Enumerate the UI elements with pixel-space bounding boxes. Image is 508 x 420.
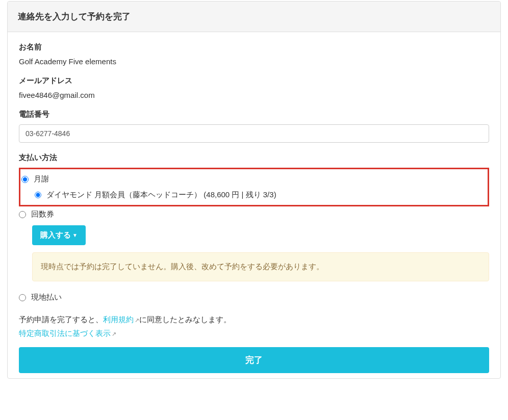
purchase-button[interactable]: 購入する ▼ (32, 225, 86, 245)
monthly-sub-option[interactable]: ダイヤモンド 月額会員（藤本ヘッドコーチ） (48,600 円 | 残り 3/3… (35, 190, 487, 200)
monthly-radio[interactable] (21, 176, 29, 183)
name-value: Golf Academy Five elements (19, 57, 489, 66)
complete-button[interactable]: 完了 (19, 347, 489, 373)
monthly-sub-label: ダイヤモンド 月額会員（藤本ヘッドコーチ） (48,600 円 | 残り 3/3… (46, 190, 276, 200)
name-group: お名前 Golf Academy Five elements (19, 42, 489, 66)
monthly-option[interactable]: 月謝 (21, 174, 487, 184)
panel-title: 連絡先を入力して予約を完了 (18, 11, 490, 22)
purchase-button-label: 購入する (40, 230, 71, 240)
monthly-highlight: 月謝 ダイヤモンド 月額会員（藤本ヘッドコーチ） (48,600 円 | 残り … (19, 168, 489, 206)
external-link-icon: ↗ (112, 331, 116, 337)
email-group: メールアドレス fivee4846@gmail.com (19, 76, 489, 99)
payment-group: 支払い方法 月謝 ダイヤモンド 月額会員（藤本ヘッドコーチ） (48,600 円… (19, 153, 489, 302)
onsite-radio[interactable] (19, 294, 26, 301)
email-value: fivee4846@gmail.com (19, 91, 489, 99)
panel-body: お名前 Golf Academy Five elements メールアドレス f… (8, 32, 500, 378)
coupon-option[interactable]: 回数券 (19, 209, 489, 219)
terms-block: 予約申請を完了すると、利用規約↗に同意したとみなします。 特定商取引法に基づく表… (19, 312, 489, 340)
onsite-option[interactable]: 現地払い (19, 293, 489, 302)
email-label: メールアドレス (19, 76, 489, 86)
terms-suffix: に同意したとみなします。 (139, 315, 231, 324)
phone-group: 電話番号 (19, 110, 489, 143)
monthly-label: 月謝 (34, 174, 49, 184)
onsite-label: 現地払い (31, 293, 62, 302)
coupon-radio[interactable] (19, 211, 26, 218)
purchase-warning: 現時点では予約は完了していません。購入後、改めて予約をする必要があります。 (32, 252, 489, 281)
tokushoho-link[interactable]: 特定商取引法に基づく表示↗ (19, 329, 116, 337)
coupon-label: 回数券 (31, 209, 54, 219)
reservation-panel: 連絡先を入力して予約を完了 お名前 Golf Academy Five elem… (7, 1, 501, 379)
terms-prefix: 予約申請を完了すると、 (19, 315, 103, 324)
name-label: お名前 (19, 42, 489, 52)
phone-input[interactable] (19, 124, 489, 143)
payment-options: 月謝 ダイヤモンド 月額会員（藤本ヘッドコーチ） (48,600 円 | 残り … (19, 168, 489, 302)
phone-label: 電話番号 (19, 110, 489, 119)
panel-heading: 連絡先を入力して予約を完了 (8, 2, 500, 32)
payment-label: 支払い方法 (19, 153, 489, 163)
caret-down-icon: ▼ (72, 232, 78, 238)
terms-link[interactable]: 利用規約↗ (103, 315, 139, 324)
monthly-sub-radio[interactable] (35, 192, 41, 198)
coupon-nested: 購入する ▼ 現時点では予約は完了していません。購入後、改めて予約をする必要があ… (32, 225, 489, 281)
external-link-icon: ↗ (135, 317, 139, 323)
